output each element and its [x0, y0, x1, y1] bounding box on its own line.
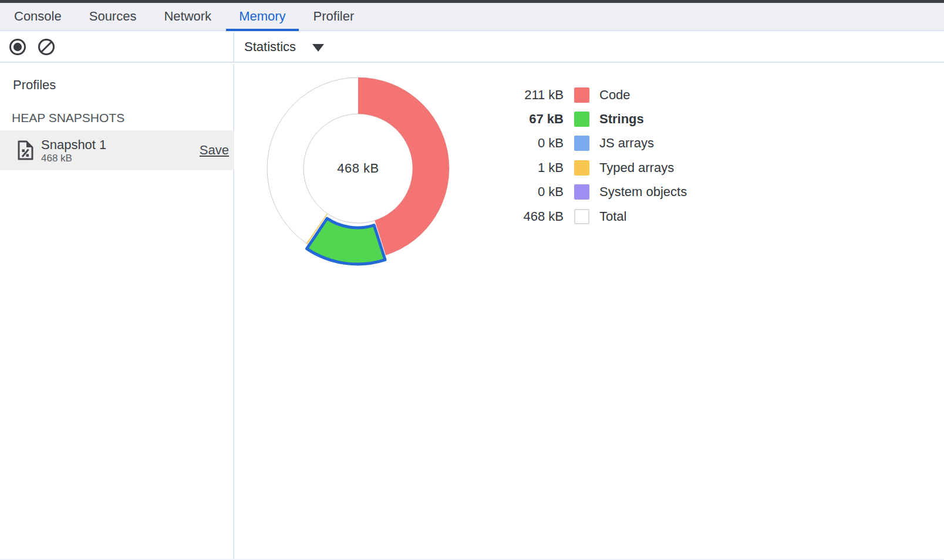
- legend-value: 67 kB: [504, 112, 564, 127]
- legend-label: System objects: [599, 184, 687, 200]
- donut-total-label: 468 kB: [337, 161, 379, 176]
- legend-swatch: [574, 87, 589, 103]
- legend-swatch: [574, 184, 589, 200]
- tab-label: Console: [14, 9, 62, 24]
- legend-row-total[interactable]: 468 kB Total: [504, 204, 687, 228]
- snapshot-meta: Snapshot 1 468 kB: [41, 137, 106, 164]
- legend-row-code[interactable]: 211 kB Code: [504, 83, 687, 107]
- tab-label: Profiler: [313, 9, 355, 24]
- legend-row-strings[interactable]: 67 kB Strings: [504, 107, 687, 131]
- legend-swatch: [574, 136, 589, 151]
- heap-snapshot-file-icon: [18, 140, 33, 160]
- legend-row-system-objects[interactable]: 0 kB System objects: [504, 180, 687, 204]
- chevron-down-icon: [312, 44, 324, 52]
- memory-panel-toolbar: Statistics: [0, 32, 944, 63]
- clear-profiles-button[interactable]: [37, 38, 56, 56]
- save-snapshot-link[interactable]: Save: [200, 143, 229, 158]
- legend-swatch: [574, 112, 589, 127]
- record-heap-snapshot-button[interactable]: [8, 38, 27, 56]
- legend-value: 468 kB: [504, 209, 564, 224]
- tab-memory[interactable]: Memory: [226, 3, 298, 30]
- tab-label: Memory: [239, 9, 285, 24]
- legend-label: Code: [599, 87, 631, 103]
- profiles-sidebar: Profiles HEAP SNAPSHOTS Snapshot 1 468 k…: [0, 64, 234, 560]
- legend-row-js-arrays[interactable]: 0 kB JS arrays: [504, 131, 687, 156]
- legend-value: 1 kB: [504, 160, 564, 176]
- block-icon: [37, 38, 56, 56]
- sidebar-title: Profiles: [13, 77, 56, 93]
- legend-value: 211 kB: [504, 87, 564, 103]
- chart-legend: 211 kB Code 67 kB Strings 0 kB JS arrays…: [504, 83, 687, 228]
- legend-swatch: [574, 160, 589, 176]
- legend-label: JS arrays: [599, 136, 654, 151]
- devtools-tab-bar: Console Sources Network Memory Profiler: [0, 3, 944, 31]
- legend-swatch: [574, 209, 589, 224]
- tab-label: Network: [164, 9, 211, 24]
- heap-snapshot-item[interactable]: Snapshot 1 468 kB Save: [0, 130, 234, 170]
- legend-label: Typed arrays: [599, 160, 674, 176]
- tab-sources[interactable]: Sources: [76, 3, 150, 30]
- record-icon: [8, 38, 27, 56]
- tab-console[interactable]: Console: [1, 3, 75, 30]
- view-toolbar: Statistics: [234, 32, 944, 62]
- legend-label: Strings: [599, 112, 644, 127]
- perspective-select[interactable]: Statistics: [244, 39, 324, 55]
- snapshot-size: 468 kB: [41, 153, 106, 164]
- legend-value: 0 kB: [504, 184, 564, 200]
- profiles-toolbar: [0, 32, 234, 62]
- legend-row-typed-arrays[interactable]: 1 kB Typed arrays: [504, 156, 687, 180]
- tab-network[interactable]: Network: [151, 3, 224, 30]
- heap-snapshots-section-title: HEAP SNAPSHOTS: [12, 110, 124, 126]
- snapshot-name: Snapshot 1: [41, 137, 106, 152]
- tab-profiler[interactable]: Profiler: [301, 3, 368, 30]
- perspective-select-value: Statistics: [244, 39, 296, 55]
- tab-label: Sources: [89, 9, 137, 24]
- legend-label: Total: [599, 209, 626, 224]
- legend-value: 0 kB: [504, 136, 564, 151]
